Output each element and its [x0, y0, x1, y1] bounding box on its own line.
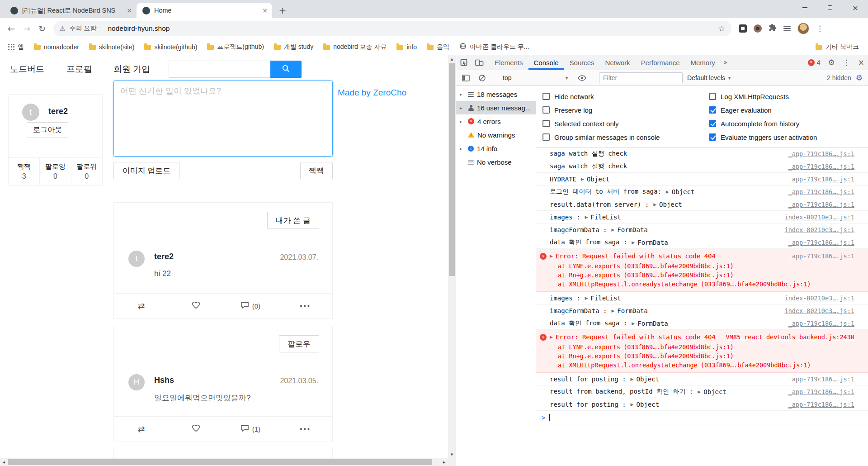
bookmark-folder[interactable]: 프로젝트(github)	[203, 41, 267, 53]
console-settings-gear-icon[interactable]	[856, 73, 863, 83]
forward-button[interactable]	[19, 21, 34, 36]
source-link[interactable]: _app-719c186….js:1	[779, 252, 854, 260]
bookmark-folder[interactable]: info	[393, 41, 420, 53]
scroll-up-icon[interactable]	[448, 55, 456, 63]
nav-item-nodebird[interactable]: 노드버드	[10, 55, 44, 83]
stat-followings[interactable]: 팔로잉 0	[39, 158, 71, 185]
setting-eager-evaluation[interactable]: Eager evaluation	[709, 103, 817, 117]
checkbox[interactable]	[542, 133, 550, 141]
setting-log-xhr[interactable]: Log XMLHttpRequests	[709, 90, 817, 103]
tab-network[interactable]: Network	[600, 55, 636, 70]
other-bookmarks[interactable]: 기타 북마크	[812, 41, 863, 53]
clear-console-icon[interactable]	[476, 72, 488, 84]
minimize-button[interactable]	[792, 0, 817, 15]
sidebar-item-errors[interactable]: 4 errors	[456, 114, 536, 128]
stack-source-link[interactable]: (033f869….bfa4e2009bd8bc.js:1)	[701, 280, 811, 289]
bookmark-site[interactable]: 아마존 클라우드 무...	[456, 41, 533, 53]
stack-source-link[interactable]: (033f869….bfa4e2009bd8bc.js:1)	[623, 262, 734, 271]
sidebar-item-warnings[interactable]: No warnings	[456, 128, 536, 142]
bookmark-folder[interactable]: nomadcoder	[30, 41, 83, 53]
search-button[interactable]	[270, 61, 302, 78]
extensions-puzzle-icon[interactable]	[769, 24, 777, 33]
bookmark-star-icon[interactable]	[718, 24, 725, 33]
reading-list-icon[interactable]	[783, 26, 791, 31]
source-link[interactable]: _app-719c186….js:1	[779, 201, 854, 208]
error-count-badge[interactable]: × 4	[808, 59, 821, 66]
expand-icon[interactable]	[611, 228, 614, 232]
scroll-left-icon[interactable]	[0, 458, 8, 466]
sidebar-item-user-messages[interactable]: 16 user messag...	[456, 101, 536, 114]
object-preview[interactable]: FormData	[632, 239, 668, 246]
object-preview[interactable]: Object	[631, 401, 660, 408]
vertical-scrollbar-thumb[interactable]	[449, 63, 455, 276]
tab-performance[interactable]: Performance	[636, 55, 685, 70]
setting-selected-context-only[interactable]: Selected context only	[542, 117, 660, 130]
setting-evaluate-user-activation[interactable]: Evaluate triggers user activation	[709, 130, 817, 144]
bookmark-folder[interactable]: skilnote(site)	[85, 41, 138, 53]
follow-button[interactable]: 팔로우	[279, 335, 319, 352]
stack-source-link[interactable]: (033f869….bfa4e2009bd8bc.js:1)	[701, 361, 811, 370]
log-levels-selector[interactable]: Default levels	[687, 74, 731, 81]
comment-button[interactable]: (0)	[223, 294, 278, 319]
tab-close-icon[interactable]	[262, 7, 268, 14]
my-post-button[interactable]: 내가 쓴 글	[267, 212, 319, 229]
object-preview[interactable]: Object	[666, 188, 695, 195]
expand-icon[interactable]	[581, 177, 584, 181]
maximize-button[interactable]	[817, 0, 843, 15]
tab-memory[interactable]: Memory	[685, 55, 721, 70]
browser-tab-nodebird-docs[interactable]: [리뉴얼] React로 NodeBird SNS	[5, 3, 137, 18]
expand-icon[interactable]	[550, 335, 553, 339]
source-link[interactable]: index-80210e3….js:1	[776, 295, 854, 302]
object-preview[interactable]: Object	[581, 176, 610, 183]
devtools-close-icon[interactable]	[858, 58, 864, 67]
source-link[interactable]: _app-719c186….js:1	[779, 401, 854, 408]
made-by-link[interactable]: Made by ZeroCho	[338, 88, 406, 98]
expand-icon[interactable]	[632, 321, 635, 326]
avatar[interactable]: H	[128, 374, 145, 390]
checkbox[interactable]	[542, 93, 550, 100]
source-link[interactable]: _app-719c186….js:1	[779, 163, 854, 170]
hidden-messages-count[interactable]: 2 hidden	[827, 74, 851, 81]
back-button[interactable]	[4, 21, 19, 36]
object-preview[interactable]: FormData	[632, 320, 668, 327]
stat-followers[interactable]: 팔로워 0	[71, 158, 102, 185]
scroll-right-icon[interactable]	[440, 458, 448, 466]
tweet-submit-button[interactable]: 짹짹	[300, 162, 333, 179]
source-link[interactable]: _app-719c186….js:1	[779, 150, 854, 157]
browser-menu-icon[interactable]	[816, 24, 824, 33]
security-label[interactable]: 주의 요함	[70, 24, 97, 33]
bookmark-folder[interactable]: nodebird 보충 자료	[320, 41, 390, 53]
expand-icon[interactable]	[631, 402, 634, 407]
source-link[interactable]: _app-719c186….js:1	[779, 388, 854, 395]
object-preview[interactable]: Object	[631, 376, 660, 383]
expand-icon[interactable]	[611, 309, 614, 313]
device-toolbar-icon[interactable]	[472, 55, 487, 70]
logout-button[interactable]: 로그아웃	[27, 122, 68, 138]
setting-preserve-log[interactable]: Preserve log	[542, 103, 660, 117]
setting-autocomplete-history[interactable]: Autocomplete from history	[709, 117, 817, 130]
image-upload-button[interactable]: 이미지 업로드	[113, 162, 179, 179]
source-link[interactable]: _app-719c186….js:1	[779, 376, 854, 383]
checkbox-checked[interactable]	[709, 106, 716, 114]
profile-avatar[interactable]	[797, 23, 809, 34]
more-button[interactable]	[278, 294, 332, 319]
checkbox-checked[interactable]	[709, 120, 716, 127]
devtools-menu-icon[interactable]	[843, 58, 850, 67]
omnibox[interactable]: 주의 요함 nodebird-hyun.shop	[53, 21, 731, 36]
source-link[interactable]: _app-719c186….js:1	[779, 239, 854, 246]
retweet-button[interactable]	[114, 417, 169, 442]
more-tabs-icon[interactable]	[721, 55, 730, 70]
console-prompt[interactable]: >	[536, 411, 868, 424]
source-link[interactable]: index-80210e3….js:1	[776, 214, 854, 221]
expand-icon[interactable]	[632, 240, 635, 245]
like-button[interactable]	[169, 417, 223, 442]
source-link[interactable]: _app-719c186….js:1	[779, 176, 854, 183]
avatar[interactable]: t	[22, 104, 39, 121]
sidebar-item-verbose[interactable]: No verbose	[456, 155, 536, 169]
object-preview[interactable]: FileList	[585, 295, 621, 302]
reload-button[interactable]	[34, 21, 50, 36]
expand-icon[interactable]	[666, 190, 669, 194]
checkbox[interactable]	[542, 106, 550, 114]
object-preview[interactable]: Object	[653, 201, 682, 208]
expand-icon[interactable]	[698, 390, 701, 394]
